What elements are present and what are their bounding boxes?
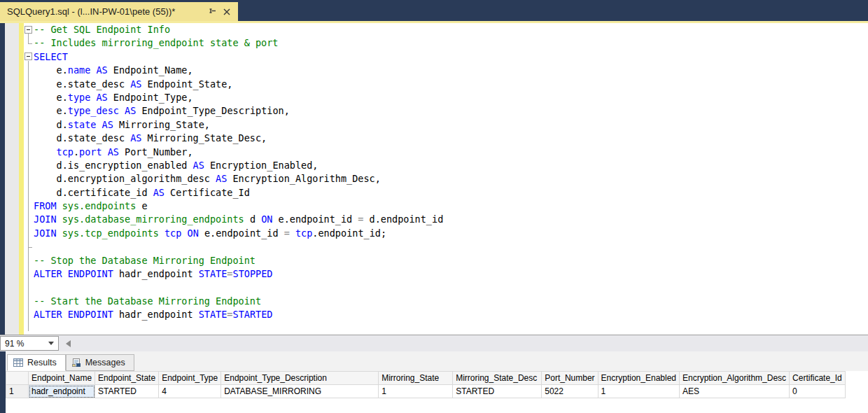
code-line[interactable]: d.state_desc AS Mirroring_State_Desc, — [34, 132, 868, 145]
column-header[interactable]: Port_Number — [542, 372, 598, 385]
row-header[interactable]: 1 — [6, 385, 29, 398]
code-line[interactable]: -- Get SQL Endpoint Info — [34, 23, 868, 36]
outline-guide — [28, 34, 29, 43]
grid-cell[interactable]: 5022 — [542, 385, 598, 398]
document-tab[interactable]: SQLQuery1.sql - (l...IN-PW-01\pete (55))… — [0, 2, 238, 21]
outline-guide — [28, 61, 29, 331]
code-line[interactable]: SELECT — [34, 50, 868, 64]
outline-guide-corner — [28, 247, 32, 248]
grid-cell[interactable]: 1 — [598, 385, 679, 398]
code-area[interactable]: -- Get SQL Endpoint Info-- Includes mirr… — [24, 23, 868, 335]
close-icon[interactable] — [221, 6, 232, 18]
grid-row: 1hadr_endpointSTARTED4DATABASE_MIRRORING… — [6, 385, 846, 398]
column-header[interactable]: Certificate_Id — [790, 372, 846, 385]
code-line[interactable]: JOIN sys.tcp_endpoints tcp ON e.endpoint… — [34, 227, 868, 240]
code-line[interactable]: e.name AS Endpoint_Name, — [34, 64, 868, 77]
indicator-margin — [5, 23, 19, 335]
column-header[interactable]: Mirroring_State — [379, 372, 453, 385]
document-tab-title: SQLQuery1.sql - (l...IN-PW-01\pete (55))… — [7, 6, 204, 17]
code-line[interactable]: ALTER ENDPOINT hadr_endpoint STATE=START… — [34, 308, 868, 321]
column-header[interactable]: Endpoint_Type_Description — [221, 372, 379, 385]
tab-messages[interactable]: Messages — [66, 354, 134, 371]
collapse-minus-icon[interactable] — [24, 26, 32, 34]
code-line[interactable]: tcp.port AS Port_Number, — [34, 146, 868, 159]
results-grid-area: Endpoint_NameEndpoint_StateEndpoint_Type… — [6, 371, 868, 413]
code-lines: -- Get SQL Endpoint Info-- Includes mirr… — [24, 23, 868, 322]
results-tabstrip: Results Messages — [6, 351, 868, 371]
code-line[interactable]: d.state AS Mirroring_State, — [34, 118, 868, 132]
grid-cell[interactable]: 1 — [379, 385, 453, 398]
code-line[interactable] — [34, 281, 868, 294]
grid-cell[interactable]: STARTED — [453, 385, 542, 398]
grid-body: 1hadr_endpointSTARTED4DATABASE_MIRRORING… — [6, 385, 846, 398]
column-header[interactable]: Endpoint_State — [95, 372, 159, 385]
column-header[interactable]: Encryption_Enabled — [598, 372, 679, 385]
code-line[interactable]: e.type_desc AS Endpoint_Type_Description… — [34, 104, 868, 118]
sql-editor: -- Get SQL Endpoint Info-- Includes mirr… — [0, 23, 868, 335]
change-tracking-bar — [19, 23, 24, 335]
results-content: Results Messages Endpoint_NameEndpoint_S… — [6, 351, 868, 413]
zoom-level-dropdown[interactable]: 91 % — [0, 336, 59, 351]
messages-icon — [72, 358, 81, 368]
editor-left-edge — [0, 23, 5, 335]
pin-icon[interactable] — [207, 6, 218, 18]
zoom-level-value: 91 % — [5, 339, 48, 349]
results-pane: Results Messages Endpoint_NameEndpoint_S… — [0, 351, 868, 413]
grid-corner-cell[interactable] — [6, 372, 29, 385]
document-tab-bar: SQLQuery1.sql - (l...IN-PW-01\pete (55))… — [0, 0, 868, 21]
grid-cell[interactable]: hadr_endpoint — [29, 385, 95, 398]
outline-guide-corner — [28, 43, 32, 44]
column-header[interactable]: Encryption_Algorithm_Desc — [680, 372, 790, 385]
results-grid-icon — [13, 358, 23, 367]
code-line[interactable]: ALTER ENDPOINT hadr_endpoint STATE=STOPP… — [34, 267, 868, 281]
chevron-down-icon — [48, 342, 54, 345]
code-line[interactable]: -- Includes mirroring_endpoint state & p… — [34, 36, 868, 50]
code-line[interactable]: d.certificate_id AS Certificate_Id — [34, 186, 868, 200]
tab-results[interactable]: Results — [7, 354, 66, 371]
results-grid: Endpoint_NameEndpoint_StateEndpoint_Type… — [6, 371, 846, 398]
collapse-minus-icon[interactable] — [24, 52, 32, 60]
code-line[interactable]: JOIN sys.database_mirroring_endpoints d … — [34, 213, 868, 226]
code-line[interactable]: d.is_encryption_enabled AS Encryption_En… — [34, 159, 868, 172]
code-line[interactable] — [34, 240, 868, 253]
grid-cell[interactable]: DATABASE_MIRRORING — [221, 385, 379, 398]
results-left-edge — [0, 351, 6, 413]
grid-cell[interactable]: AES — [680, 385, 790, 398]
column-header[interactable]: Endpoint_Type — [159, 372, 221, 385]
code-line[interactable]: e.type AS Endpoint_Type, — [34, 91, 868, 104]
code-line[interactable]: d.encryption_algorithm_desc AS Encryptio… — [34, 172, 868, 186]
grid-cell[interactable]: 0 — [790, 385, 846, 398]
grid-cell[interactable]: STARTED — [95, 385, 159, 398]
column-header[interactable]: Mirroring_State_Desc — [453, 372, 542, 385]
code-line[interactable]: e.state_desc AS Endpoint_State, — [34, 78, 868, 91]
tab-results-label: Results — [27, 358, 57, 368]
column-header[interactable]: Endpoint_Name — [29, 372, 95, 385]
code-line[interactable]: -- Start the Database Mirroring Endpoint — [34, 295, 868, 308]
code-line[interactable]: FROM sys.endpoints e — [34, 200, 868, 213]
grid-header-row: Endpoint_NameEndpoint_StateEndpoint_Type… — [6, 372, 846, 385]
tab-messages-label: Messages — [85, 358, 125, 368]
code-line[interactable]: -- Stop the Database Mirroring Endpoint — [34, 254, 868, 267]
scroll-left-arrow-icon[interactable] — [66, 340, 71, 347]
editor-bottom-bar: 91 % — [0, 335, 868, 351]
grid-cell[interactable]: 4 — [159, 385, 221, 398]
horizontal-scrollbar[interactable] — [59, 335, 868, 351]
